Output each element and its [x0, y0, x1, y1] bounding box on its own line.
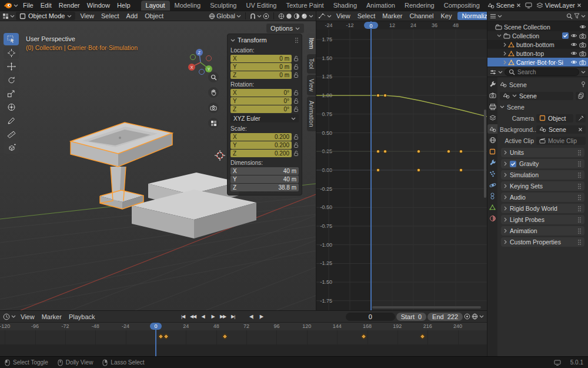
- chevron-down-icon[interactable]: [581, 15, 586, 18]
- drag-handle-icon[interactable]: [577, 161, 582, 167]
- properties-tab-tool[interactable]: [487, 79, 497, 89]
- checkbox-icon[interactable]: [562, 32, 569, 39]
- camera-object-field[interactable]: Object: [536, 114, 573, 122]
- drag-handle-icon[interactable]: [577, 228, 582, 234]
- pan-view-button[interactable]: [208, 87, 219, 98]
- menu-help[interactable]: Help: [113, 1, 134, 9]
- workspace-tab-layout[interactable]: Layout: [141, 1, 170, 11]
- chevron-down-icon[interactable]: [14, 4, 18, 7]
- keyframe-diamond[interactable]: [360, 334, 366, 340]
- chevron-down-icon[interactable]: [497, 15, 502, 18]
- scene-section-header[interactable]: Scene: [500, 101, 586, 112]
- outliner-row-button-bottom[interactable]: button-bottom: [487, 40, 588, 49]
- workspace-tab-texture-paint[interactable]: Texture Paint: [281, 1, 328, 11]
- scale-x-field[interactable]: X0.200: [230, 133, 292, 141]
- section-simulation[interactable]: Simulation: [501, 170, 584, 180]
- graph-menu-view[interactable]: View: [333, 12, 354, 20]
- sidebar-tab-view[interactable]: View: [307, 75, 316, 96]
- timeline-playhead[interactable]: [155, 330, 156, 356]
- section-audio[interactable]: Audio: [501, 193, 584, 202]
- render-visibility-icon[interactable]: [579, 59, 586, 65]
- sidebar-tab-item[interactable]: Item: [307, 34, 316, 53]
- location-x-field[interactable]: X0 m: [230, 55, 292, 62]
- outliner-row-collection[interactable]: Collection: [487, 31, 588, 40]
- close-icon[interactable]: [516, 3, 521, 8]
- filter-icon[interactable]: [574, 13, 580, 19]
- properties-editor-icon[interactable]: [490, 69, 496, 75]
- graph-menu-key[interactable]: Key: [437, 12, 455, 20]
- timeline-playhead-badge[interactable]: 0: [150, 323, 162, 330]
- workspace-tab-modeling[interactable]: Modeling: [170, 1, 206, 11]
- chevron-down-icon[interactable]: [230, 39, 235, 42]
- properties-tab-object-data[interactable]: [487, 203, 497, 212]
- orientation-label[interactable]: Global: [216, 12, 235, 19]
- section-rigid-body-world[interactable]: Rigid Body World: [501, 204, 584, 213]
- tool-measure-button[interactable]: [4, 128, 19, 140]
- timeline-tracks[interactable]: [0, 330, 487, 356]
- dimensions-y-field[interactable]: Y40 m: [230, 175, 299, 183]
- orientation-globe-icon[interactable]: [209, 13, 215, 19]
- scene-selector[interactable]: Scene: [485, 1, 524, 9]
- section-custom-properties[interactable]: Custom Properties: [501, 237, 584, 247]
- snap-magnet-icon[interactable]: [250, 13, 256, 19]
- render-visibility-icon[interactable]: [579, 33, 586, 39]
- shading-solid-icon[interactable]: [286, 13, 292, 19]
- overlays-icon[interactable]: [278, 13, 285, 19]
- eyedropper-button[interactable]: [576, 114, 586, 122]
- lock-open-icon[interactable]: [293, 89, 299, 96]
- viewport-menu-select[interactable]: Select: [98, 12, 123, 20]
- play-reverse-button[interactable]: ◀: [198, 312, 208, 321]
- drag-handle-icon[interactable]: [577, 183, 582, 190]
- frame-start-field[interactable]: Start 0: [396, 313, 426, 321]
- workspace-tab-compositing[interactable]: Compositing: [439, 1, 482, 11]
- jump-start-button[interactable]: |◀: [178, 312, 188, 321]
- editor-type-icon[interactable]: [2, 13, 9, 19]
- visibility-eye-icon[interactable]: [570, 33, 577, 38]
- graph-menu-marker[interactable]: Marker: [379, 12, 406, 20]
- prev-frame-button[interactable]: ◀|: [246, 312, 256, 321]
- properties-tab-scene[interactable]: [487, 124, 497, 134]
- play-button[interactable]: ▶: [208, 312, 218, 321]
- timeline-ruler[interactable]: -120-96-72-48-24244872961201441681922162…: [0, 323, 487, 330]
- lock-open-icon[interactable]: [293, 150, 299, 157]
- drag-handle-icon[interactable]: [577, 217, 582, 223]
- collapse-icon[interactable]: [503, 60, 506, 65]
- proportional-edit-icon[interactable]: [263, 13, 269, 19]
- graph-editor-icon[interactable]: [319, 13, 326, 19]
- tool-move-button[interactable]: [4, 60, 19, 72]
- menu-edit[interactable]: Edit: [37, 1, 55, 9]
- lock-open-icon[interactable]: [293, 98, 299, 104]
- pin-icon[interactable]: [581, 81, 586, 88]
- sidebar-tab-animation[interactable]: Animation: [307, 97, 316, 131]
- lock-open-icon[interactable]: [293, 64, 299, 70]
- workspace-tab-shading[interactable]: Shading: [329, 1, 362, 11]
- drag-handle-icon[interactable]: [577, 194, 582, 201]
- dimensions-z-field[interactable]: Z38.8 m: [230, 184, 299, 191]
- section-units[interactable]: Units: [501, 148, 584, 157]
- properties-tab-output[interactable]: [487, 102, 497, 111]
- lock-open-icon[interactable]: [293, 106, 299, 112]
- tool-annotate-button[interactable]: [4, 114, 19, 127]
- lock-open-icon[interactable]: [293, 142, 299, 148]
- tool-scale-button[interactable]: [4, 87, 19, 100]
- search-icon[interactable]: [566, 13, 573, 19]
- lock-open-icon[interactable]: [293, 55, 299, 62]
- section-gravity[interactable]: Gravity: [501, 159, 584, 168]
- timeline-menu-view[interactable]: View: [17, 313, 38, 321]
- outliner-editor-icon[interactable]: [490, 14, 496, 19]
- lock-open-icon[interactable]: [293, 72, 299, 78]
- lock-open-icon[interactable]: [293, 134, 299, 140]
- drag-handle-icon[interactable]: [577, 172, 582, 178]
- current-frame-field[interactable]: 0: [346, 313, 395, 321]
- render-visibility-icon[interactable]: [579, 51, 586, 57]
- collapse-icon[interactable]: [503, 42, 506, 47]
- outliner-row-button-top[interactable]: button-top: [487, 49, 588, 58]
- render-visibility-icon[interactable]: [579, 42, 586, 48]
- workspace-tab-animation[interactable]: Animation: [362, 1, 400, 11]
- tool-cursor-button[interactable]: [4, 47, 19, 59]
- chevron-down-icon[interactable]: [236, 15, 241, 18]
- chevron-down-icon[interactable]: [10, 15, 15, 18]
- rotation-mode-select[interactable]: XYZ Euler: [230, 114, 299, 122]
- outliner-row-scene-collection[interactable]: Scene Collection: [487, 22, 588, 31]
- next-frame-button[interactable]: |▶: [256, 312, 266, 321]
